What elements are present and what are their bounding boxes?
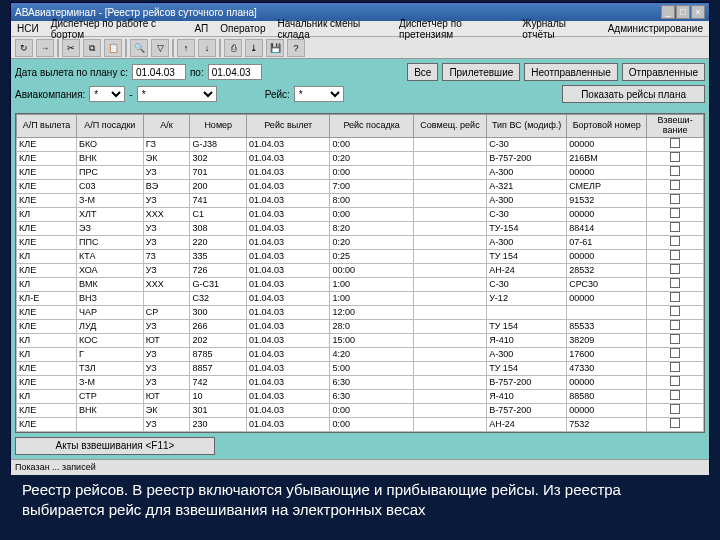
- cell: [413, 221, 486, 235]
- weigh-checkbox[interactable]: [670, 180, 680, 190]
- cell: Г: [77, 347, 144, 361]
- date-from-input[interactable]: [132, 64, 186, 80]
- tool-cut-icon[interactable]: ✂: [62, 39, 80, 57]
- filter-all-button[interactable]: Все: [407, 63, 438, 81]
- maximize-button[interactable]: □: [676, 5, 690, 19]
- weigh-checkbox[interactable]: [670, 264, 680, 274]
- date-to-input[interactable]: [208, 64, 262, 80]
- menu-АП[interactable]: АП: [194, 23, 208, 34]
- table-row[interactable]: КЛХЛТХХХС101.04.030:00С-3000000: [17, 207, 704, 221]
- tool-sort-asc-icon[interactable]: ↑: [177, 39, 195, 57]
- table-row[interactable]: КЛЕВНКЭК30201.04.030:20В-757-200216ВМ: [17, 151, 704, 165]
- menu-Диспетчер по работе с бортом[interactable]: Диспетчер по работе с бортом: [51, 18, 183, 40]
- weigh-checkbox[interactable]: [670, 376, 680, 386]
- weighing-acts-button[interactable]: Акты взвешивания <F11>: [15, 437, 215, 455]
- airline1-select[interactable]: *: [89, 86, 125, 102]
- tool-paste-icon[interactable]: 📋: [104, 39, 122, 57]
- table-row[interactable]: КЛЕТЗЛУЗ885701.04.035:00ТУ 15447330: [17, 361, 704, 375]
- col-header[interactable]: А/П вылета: [17, 115, 77, 138]
- weigh-checkbox[interactable]: [670, 236, 680, 246]
- table-row[interactable]: КЛЕВНКЭК30101.04.030:00В-757-20000000: [17, 403, 704, 417]
- menu-НСИ[interactable]: НСИ: [17, 23, 39, 34]
- col-header[interactable]: Бортовой номер: [567, 115, 647, 138]
- cell: [567, 305, 647, 319]
- table-row[interactable]: КЛЕЧАРСР30001.04.0312:00: [17, 305, 704, 319]
- close-button[interactable]: ×: [691, 5, 705, 19]
- menu-Начальник смены склада[interactable]: Начальник смены склада: [277, 18, 387, 40]
- tool-export-icon[interactable]: ⤓: [245, 39, 263, 57]
- airline2-select[interactable]: *: [137, 86, 217, 102]
- weigh-checkbox[interactable]: [670, 278, 680, 288]
- weigh-checkbox[interactable]: [670, 418, 680, 428]
- cell: 6:30: [330, 375, 413, 389]
- table-row[interactable]: КЛЕУЗ23001.04.030:00АН-247532: [17, 417, 704, 431]
- col-header[interactable]: Рейс вылет: [247, 115, 330, 138]
- table-row[interactable]: КЛСТРЮТ1001.04.036:30Я-41088580: [17, 389, 704, 403]
- table-row[interactable]: КЛВМКХХХG-С3101.04.031:00С-30СРС30: [17, 277, 704, 291]
- menu-Журналы отчёты[interactable]: Журналы отчёты: [522, 18, 595, 40]
- col-header[interactable]: А/П посадки: [77, 115, 144, 138]
- col-header[interactable]: Совмещ. рейс: [413, 115, 486, 138]
- table-row[interactable]: КЛЕБКОГЗG-J3801.04.030:00С-3000000: [17, 137, 704, 151]
- cell: 300: [190, 305, 247, 319]
- cell: З-М: [77, 193, 144, 207]
- cell: [143, 291, 190, 305]
- table-row[interactable]: КЛЕЗ-МУЗ74101.04.038:00А-30091532: [17, 193, 704, 207]
- col-header[interactable]: Тип ВС (модиф.): [487, 115, 567, 138]
- cell: ВЭ: [143, 179, 190, 193]
- tool-filter-icon[interactable]: ▽: [151, 39, 169, 57]
- table-row[interactable]: КЛГУЗ878501.04.034:20А-30017600: [17, 347, 704, 361]
- tool-find-icon[interactable]: 🔍: [130, 39, 148, 57]
- weigh-checkbox[interactable]: [670, 208, 680, 218]
- filter-departed-button[interactable]: Отправленные: [622, 63, 705, 81]
- weigh-checkbox[interactable]: [670, 250, 680, 260]
- table-row[interactable]: КЛЕППСУЗ22001.04.030:20А-30007-61: [17, 235, 704, 249]
- table-row[interactable]: КЛЕПРСУЗ70101.04.030:00А-30000000: [17, 165, 704, 179]
- weigh-checkbox[interactable]: [670, 194, 680, 204]
- table-row[interactable]: КЛКТА7333501.04.030:25ТУ 15400000: [17, 249, 704, 263]
- weigh-checkbox[interactable]: [670, 404, 680, 414]
- filter-arrived-button[interactable]: Прилетевшие: [442, 63, 520, 81]
- cell: 88414: [567, 221, 647, 235]
- flight-select[interactable]: *: [294, 86, 344, 102]
- weigh-checkbox[interactable]: [670, 292, 680, 302]
- col-header[interactable]: Взвеши-вание: [647, 115, 704, 138]
- weigh-checkbox[interactable]: [670, 306, 680, 316]
- weigh-checkbox[interactable]: [670, 362, 680, 372]
- tool-sort-desc-icon[interactable]: ↓: [198, 39, 216, 57]
- tool-copy-icon[interactable]: ⧉: [83, 39, 101, 57]
- col-header[interactable]: Рейс посадка: [330, 115, 413, 138]
- tool-goto-icon[interactable]: →: [36, 39, 54, 57]
- weigh-checkbox[interactable]: [670, 152, 680, 162]
- table-row[interactable]: КЛЕЭЗУЗ30801.04.038:20ТУ-15488414: [17, 221, 704, 235]
- weigh-checkbox[interactable]: [670, 390, 680, 400]
- tool-print-icon[interactable]: ⎙: [224, 39, 242, 57]
- col-header[interactable]: Номер: [190, 115, 247, 138]
- weigh-checkbox[interactable]: [670, 138, 680, 148]
- weigh-checkbox[interactable]: [670, 222, 680, 232]
- cell: [647, 305, 704, 319]
- menu-Диспетчер по претензиям[interactable]: Диспетчер по претензиям: [399, 18, 510, 40]
- weigh-checkbox[interactable]: [670, 320, 680, 330]
- table-row[interactable]: КЛ-ЕВНЗС3201.04.031:00У-1200000: [17, 291, 704, 305]
- flights-grid[interactable]: А/П вылетаА/П посадкиА/кНомерРейс вылетР…: [15, 113, 705, 433]
- cell: 01.04.03: [247, 389, 330, 403]
- weigh-checkbox[interactable]: [670, 334, 680, 344]
- weigh-checkbox[interactable]: [670, 166, 680, 176]
- table-row[interactable]: КЛКОСЮТ20201.04.0315:00Я-41038209: [17, 333, 704, 347]
- weigh-checkbox[interactable]: [670, 348, 680, 358]
- col-header[interactable]: А/к: [143, 115, 190, 138]
- table-row[interactable]: КЛЕЗ-МУЗ74201.04.036:30В-757-20000000: [17, 375, 704, 389]
- cell: 17600: [567, 347, 647, 361]
- tool-help-icon[interactable]: ?: [287, 39, 305, 57]
- menu-Администрирование[interactable]: Администрирование: [608, 23, 703, 34]
- table-row[interactable]: КЛЕС03ВЭ20001.04.037:00А-321СМЕЛР: [17, 179, 704, 193]
- menu-Оператор[interactable]: Оператор: [220, 23, 265, 34]
- table-row[interactable]: КЛЕЛУДУЗ26601.04.0328:0ТУ 15485533: [17, 319, 704, 333]
- minimize-button[interactable]: _: [661, 5, 675, 19]
- tool-refresh-icon[interactable]: ↻: [15, 39, 33, 57]
- table-row[interactable]: КЛЕХОАУЗ72601.04.0300:00АН-2428532: [17, 263, 704, 277]
- show-flights-button[interactable]: Показать рейсы плана: [562, 85, 705, 103]
- tool-save-icon[interactable]: 💾: [266, 39, 284, 57]
- filter-not-departed-button[interactable]: Неотправленные: [524, 63, 618, 81]
